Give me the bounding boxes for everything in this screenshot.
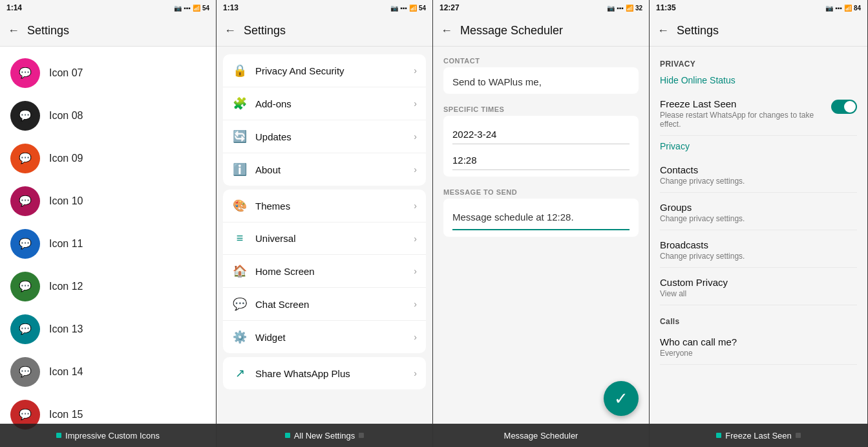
settings-icon-1: 🧩 — [232, 96, 248, 111]
fab-button[interactable]: ✓ — [604, 381, 639, 416]
settings-icon-1: ≡ — [232, 232, 248, 245]
settings-section-1: 🎨Themes›≡Universal›🏠Home Screen›💬Chat Sc… — [223, 190, 426, 353]
everyone-sub: Everyone — [660, 349, 857, 358]
settings-icon-2: 🔄 — [232, 129, 248, 144]
battery-icon-4: 84 — [854, 5, 861, 12]
svg-text:💬: 💬 — [19, 365, 32, 378]
back-button-2[interactable]: ← — [224, 24, 236, 38]
broadcasts-title: Broadcasts — [660, 239, 857, 250]
list-item[interactable]: 💬 Icon 12 — [0, 265, 216, 308]
back-button-1[interactable]: ← — [8, 24, 19, 38]
icon-label: Icon 09 — [49, 153, 83, 164]
signal-icon-4: ▪▪▪ — [835, 5, 842, 12]
custom-privacy-item[interactable]: Custom Privacy View all — [660, 270, 857, 305]
svg-text:💬: 💬 — [19, 280, 32, 292]
settings-item-themes[interactable]: 🎨Themes› — [223, 190, 426, 223]
settings-item-label: Updates — [255, 131, 406, 142]
chevron-right-icon: › — [414, 368, 417, 378]
calls-section-title: Calls — [660, 313, 857, 327]
settings-icon-0: ↗ — [232, 366, 248, 380]
msg-card — [443, 199, 639, 237]
msg-label: MESSAGE TO SEND — [443, 188, 639, 196]
who-can-call-item[interactable]: Who can call me? Everyone — [660, 330, 857, 365]
battery-icon-3: 32 — [635, 5, 642, 12]
svg-text:💬: 💬 — [19, 408, 32, 420]
list-item[interactable]: 💬 Icon 08 — [0, 94, 216, 137]
check-icon: ✓ — [614, 389, 628, 409]
svg-text:💬: 💬 — [19, 237, 32, 250]
settings-item-label: Share WhatsApp Plus — [255, 368, 406, 379]
settings-item-home-screen[interactable]: 🏠Home Screen› — [223, 255, 426, 288]
bottom-label-2: All New Settings — [294, 431, 355, 441]
list-item[interactable]: 💬 Icon 14 — [0, 351, 216, 393]
date-input[interactable] — [452, 125, 630, 144]
settings-item-chat-screen[interactable]: 💬Chat Screen› — [223, 288, 426, 321]
list-item[interactable]: 💬 Icon 10 — [0, 180, 216, 223]
bottom-bar-2: All New Settings — [217, 424, 432, 447]
settings-item-label: Universal — [255, 233, 406, 244]
settings-section-2: ↗Share WhatsApp Plus› — [223, 357, 426, 389]
groups-item[interactable]: Groups Change privacy settings. — [660, 195, 857, 230]
chevron-right-icon: › — [414, 164, 417, 175]
top-bar-2: ← Settings — [217, 16, 432, 47]
settings-item-share-whatsapp-plus[interactable]: ↗Share WhatsApp Plus› — [223, 357, 426, 389]
hide-online-link[interactable]: Hide Online Status — [660, 72, 857, 89]
list-item[interactable]: 💬 Icon 11 — [0, 223, 216, 265]
back-button-3[interactable]: ← — [441, 24, 452, 38]
settings-item-label: Privacy And Security — [255, 65, 406, 76]
list-item[interactable]: 💬 Icon 07 — [0, 52, 216, 94]
settings-item-universal[interactable]: ≡Universal› — [223, 223, 426, 255]
broadcasts-item[interactable]: Broadcasts Change privacy settings. — [660, 233, 857, 268]
bottom-bar-4: Freeze Last Seen — [650, 424, 867, 447]
dot-icon-1 — [56, 433, 61, 438]
status-icons-4: 📷 ▪▪▪ 📶 84 — [825, 5, 861, 12]
icon-icon12: 💬 — [10, 272, 40, 301]
broadcasts-sub: Change privacy settings. — [660, 252, 857, 261]
times-section: SPECIFIC TIMES — [443, 105, 639, 177]
settings-item-privacy-and-security[interactable]: 🔒Privacy And Security› — [223, 54, 426, 87]
settings-item-widget[interactable]: ⚙️Widget› — [223, 321, 426, 353]
contacts-title: Contacts — [660, 164, 857, 175]
contact-section: CONTACT Send to WAPlus me, — [443, 57, 639, 94]
list-item[interactable]: 💬 Icon 09 — [0, 137, 216, 180]
status-bar-4: 11:35 📷 ▪▪▪ 📶 84 — [650, 0, 867, 16]
msg-input[interactable] — [452, 208, 630, 230]
settings-item-updates[interactable]: 🔄Updates› — [223, 120, 426, 153]
chevron-right-icon: › — [414, 98, 417, 109]
icon-label: Icon 15 — [49, 409, 83, 420]
icon-label: Icon 10 — [49, 195, 83, 207]
settings-list: 🔒Privacy And Security›🧩Add-ons›🔄Updates›… — [217, 47, 432, 447]
privacy-link[interactable]: Privacy — [660, 138, 857, 155]
contacts-item[interactable]: Contacts Change privacy settings. — [660, 158, 857, 193]
time-input[interactable] — [452, 151, 630, 170]
bottom-label-1: Impressive Custom Icons — [65, 431, 160, 441]
camera-icon-3: 📷 — [607, 5, 615, 12]
groups-sub: Change privacy settings. — [660, 214, 857, 223]
camera-icon-2: 📷 — [390, 5, 398, 12]
list-item[interactable]: 💬 Icon 13 — [0, 308, 216, 351]
back-button-4[interactable]: ← — [657, 24, 669, 38]
settings-item-label: About — [255, 164, 406, 175]
status-bar-1: 1:14 📷 ▪▪▪ 📶 54 — [0, 0, 216, 16]
panel-icons: 1:14 📷 ▪▪▪ 📶 54 ← Settings 💬 Icon 07 💬 I… — [0, 0, 217, 447]
settings-item-about[interactable]: ℹ️About› — [223, 153, 426, 186]
settings-icon-4: ⚙️ — [232, 330, 248, 344]
icon-label: Icon 11 — [49, 238, 83, 250]
settings-item-add-ons[interactable]: 🧩Add-ons› — [223, 87, 426, 120]
page-title-4: Settings — [677, 24, 719, 38]
bottom-bar-1: Impressive Custom Icons — [0, 424, 216, 447]
dot-icon-2 — [285, 433, 290, 438]
times-card — [443, 116, 639, 177]
settings-icon-2: 🏠 — [232, 264, 248, 278]
freeze-toggle[interactable] — [831, 100, 857, 114]
settings-icon-0: 🎨 — [232, 199, 248, 213]
icon-icon11: 💬 — [10, 229, 40, 259]
freeze-sub: Please restart WhatsApp for changes to t… — [660, 111, 831, 129]
settings-item-label: Chat Screen — [255, 299, 406, 310]
panel-scheduler: 12:27 📷 ▪▪▪ 📶 32 ← Message Scheduler CON… — [433, 0, 650, 447]
icon-label: Icon 14 — [49, 366, 83, 378]
chevron-right-icon: › — [414, 299, 417, 309]
status-icons-2: 📷 ▪▪▪ 📶 54 — [390, 5, 426, 12]
freeze-last-seen-row: Freeze Last Seen Please restart WhatsApp… — [660, 92, 857, 136]
icon-icon09: 💬 — [10, 144, 40, 173]
